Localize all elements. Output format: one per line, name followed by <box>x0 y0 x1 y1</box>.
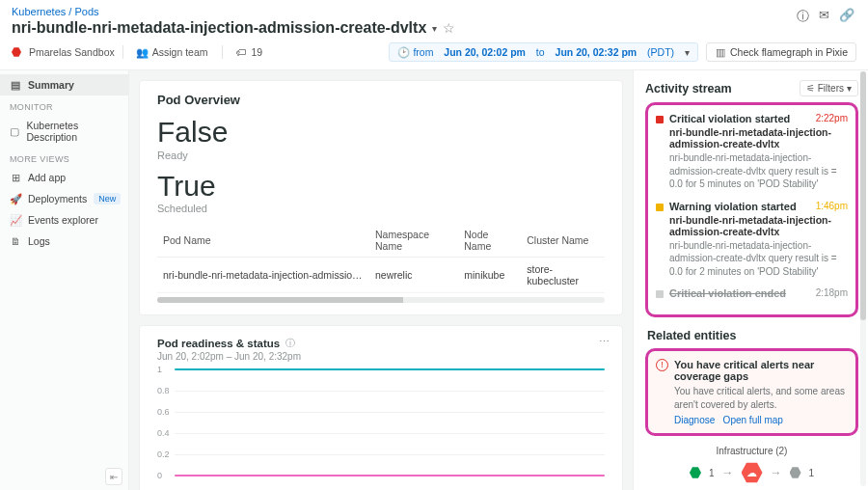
scheduled-label: Scheduled <box>157 203 605 214</box>
assign-team-button[interactable]: 👥 Assign team <box>131 44 214 60</box>
arrow-icon: → <box>771 466 782 479</box>
entity-count: 1 <box>709 468 715 478</box>
related-entities-highlight: ! You have critical alerts near coverage… <box>645 348 858 436</box>
chart-icon: 📈 <box>10 214 21 226</box>
alert-title: You have critical alerts near coverage g… <box>674 359 848 382</box>
activity-stream-title: Activity stream <box>645 82 732 95</box>
sidebar-item-label: Add app <box>28 172 66 183</box>
sidebar-item-deployments[interactable]: 🚀 Deployments New <box>0 188 128 209</box>
entity-hex-icon[interactable]: ☁ <box>742 462 763 483</box>
activity-desc: nri-bundle-nri-metadata-injection-admiss… <box>669 151 848 191</box>
collapse-sidebar-button[interactable]: ⇤ <box>105 468 122 485</box>
new-badge: New <box>94 193 121 204</box>
activity-time: 1:46pm <box>816 201 848 211</box>
card-title: Pod readiness & status <box>157 338 280 349</box>
severity-icon <box>656 116 664 123</box>
summary-icon: ▤ <box>10 79 21 91</box>
sidebar-item-label: Kubernetes Description <box>27 120 120 143</box>
table-row[interactable]: nri-bundle-nri-metadata-injection-admiss… <box>157 258 605 293</box>
card-title: Pod Overview <box>157 93 605 107</box>
sidebar-item-summary[interactable]: ▤ Summary <box>0 74 128 95</box>
time-range-picker[interactable]: 🕑 from Jun 20, 02:02 pm to Jun 20, 02:32… <box>389 42 698 62</box>
pod-table: Pod Name Namespace Name Node Name Cluste… <box>157 224 605 293</box>
share-icon[interactable]: 🔗 <box>839 8 854 25</box>
ready-label: Ready <box>157 150 605 161</box>
entity-count: 1 <box>809 468 815 478</box>
activity-item[interactable]: Warning violation started1:46pmnri-bundl… <box>656 201 848 279</box>
col-namespace[interactable]: Namespace Name <box>369 224 458 258</box>
activity-stream-highlight: Critical violation started2:22pmnri-bund… <box>645 102 858 317</box>
sidebar-item-label: Logs <box>28 235 50 247</box>
diagnose-link[interactable]: Diagnose <box>674 415 715 425</box>
entity-hex-icon[interactable] <box>690 467 701 478</box>
page-title: nri-bundle-nri-metadata-injection-admiss… <box>12 19 426 37</box>
pod-readiness-card: Pod readiness & status ⓘ Jun 20, 2:02pm … <box>139 325 623 490</box>
right-panel: Activity stream ⚟ Filters ▾ Critical vio… <box>633 70 868 490</box>
ready-value: False <box>157 117 605 148</box>
activity-time: 2:22pm <box>816 113 848 123</box>
filters-button[interactable]: ⚟ Filters ▾ <box>800 80 858 96</box>
table-scrollbar[interactable] <box>157 297 605 303</box>
entity-meta-bar: Pmarelas Sandbox 👥 Assign team 🏷 19 🕑 fr… <box>0 39 868 70</box>
help-icon[interactable]: ⓘ <box>797 8 809 25</box>
col-cluster[interactable]: Cluster Name <box>521 224 605 258</box>
page-scrollbar[interactable] <box>860 71 866 486</box>
sidebar-item-label: Summary <box>28 79 74 91</box>
series-scheduled <box>175 368 605 370</box>
alert-icon: ! <box>656 359 668 371</box>
sidebar-item-events-explorer[interactable]: 📈 Events explorer <box>0 209 128 231</box>
flame-icon: ▥ <box>715 46 726 58</box>
related-entities-title: Related entities <box>647 329 858 342</box>
clock-icon: 🕑 <box>397 46 409 58</box>
open-full-map-link[interactable]: Open full map <box>723 415 783 425</box>
card-time-range: Jun 20, 2:02pm – Jun 20, 2:32pm <box>157 351 605 362</box>
chevron-down-icon: ▾ <box>847 83 852 94</box>
status-hex-icon <box>12 47 21 57</box>
sidebar-section-monitor: MONITOR <box>0 95 128 115</box>
info-icon[interactable]: ⓘ <box>285 338 296 349</box>
sidebar-item-add-app[interactable]: ⊞ Add app <box>0 167 128 188</box>
chevron-down-icon: ▾ <box>685 47 690 58</box>
activity-title: Warning violation started <box>669 201 810 212</box>
plus-icon: ⊞ <box>10 172 21 183</box>
col-node[interactable]: Node Name <box>458 224 521 258</box>
activity-title: Critical violation started <box>669 113 810 124</box>
alert-description: You have critical alerts, and some areas… <box>674 385 848 411</box>
sidebar-item-logs[interactable]: 🗎 Logs <box>0 231 128 252</box>
sidebar-item-k8s-description[interactable]: ▢ Kubernetes Description <box>0 115 128 148</box>
account-pill[interactable]: Pmarelas Sandbox <box>29 46 115 58</box>
readiness-chart: 00.20.40.60.81 <box>175 369 605 485</box>
tag-icon: 🏷 <box>236 46 248 58</box>
col-pod-name[interactable]: Pod Name <box>157 224 369 258</box>
filter-icon: ⚟ <box>806 83 815 94</box>
series-ready <box>175 475 605 476</box>
main-content: Pod Overview False Ready True Scheduled … <box>129 70 633 490</box>
card-menu-button[interactable]: ⋯ <box>599 336 610 348</box>
severity-icon <box>656 204 664 211</box>
infrastructure-map: Infrastructure (2) 1 → ☁ → 1 <box>645 446 858 483</box>
people-icon: 👥 <box>137 46 149 58</box>
pod-overview-card: Pod Overview False Ready True Scheduled … <box>139 80 623 315</box>
sidebar-section-more-views: MORE VIEWS <box>0 148 128 167</box>
entity-hex-icon[interactable] <box>790 467 801 478</box>
scheduled-value: True <box>157 171 605 202</box>
activity-title: Critical violation ended <box>669 287 810 299</box>
severity-icon <box>656 290 664 298</box>
activity-item[interactable]: Critical violation ended2:18pm <box>656 287 848 299</box>
arrow-icon: → <box>722 466 734 479</box>
tags-button[interactable]: 🏷 19 <box>231 44 269 60</box>
mail-icon[interactable]: ✉ <box>819 8 829 25</box>
star-icon[interactable]: ☆ <box>443 20 455 36</box>
sidebar: ▤ Summary MONITOR ▢ Kubernetes Descripti… <box>0 70 129 490</box>
rocket-icon: 🚀 <box>10 193 21 204</box>
sidebar-item-label: Events explorer <box>28 214 98 226</box>
logs-icon: 🗎 <box>10 235 21 247</box>
activity-entity: nri-bundle-nri-metadata-injection-admiss… <box>669 126 848 150</box>
sidebar-item-label: Deployments <box>28 193 87 204</box>
breadcrumb[interactable]: Kubernetes / Pods <box>12 6 856 17</box>
activity-item[interactable]: Critical violation started2:22pmnri-bund… <box>656 113 848 191</box>
chevron-down-icon[interactable]: ▾ <box>432 23 437 34</box>
activity-desc: nri-bundle-nri-metadata-injection-admiss… <box>669 239 848 279</box>
doc-icon: ▢ <box>10 125 20 137</box>
pixie-flamegraph-button[interactable]: ▥ Check flamegraph in Pixie <box>706 42 856 62</box>
